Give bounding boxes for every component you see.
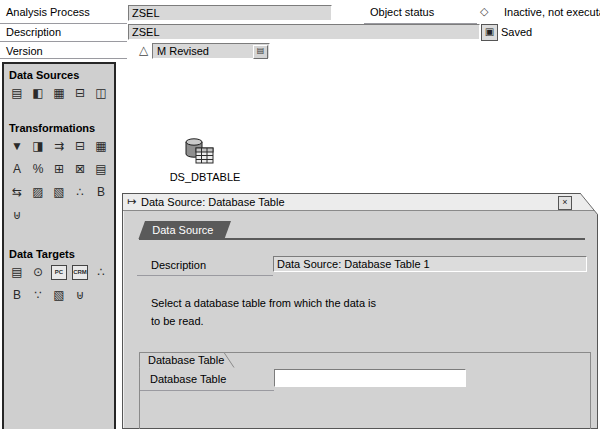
- dialog-continue-icon: ↦: [127, 195, 136, 208]
- dialog-description-input[interactable]: [273, 256, 587, 272]
- dialog-corner-notch: [580, 193, 598, 215]
- aggregation-icon[interactable]: ⊞: [51, 161, 67, 177]
- dialog-title: Data Source: Database Table: [141, 196, 285, 208]
- dialog-help-text-line1: Select a database table from which the d…: [151, 297, 376, 309]
- version-combobox-value: M Revised: [157, 45, 209, 57]
- infoprovider-icon[interactable]: ▦: [51, 85, 67, 101]
- object-status-value: Inactive, not executable: [504, 6, 600, 18]
- filter-icon[interactable]: ▼: [9, 138, 25, 154]
- sort-icon[interactable]: A: [9, 161, 25, 177]
- analysis-process-input[interactable]: [128, 5, 332, 21]
- scatter-target-icon[interactable]: ▧: [51, 287, 67, 303]
- transformations-section-title: Transformations: [9, 122, 114, 134]
- crm-target-icon[interactable]: CRM: [72, 265, 88, 280]
- close-icon[interactable]: ×: [558, 196, 572, 210]
- pc-file-target-icon[interactable]: PC: [51, 265, 67, 280]
- regression-icon[interactable]: ▧: [51, 184, 67, 200]
- join-icon[interactable]: ◨: [30, 138, 46, 154]
- tabstrip-baseline: [139, 238, 585, 240]
- data-targets-icons: ▤ ⊙ PC CRM ∴ B ∵ ▧ ⊎: [9, 264, 111, 303]
- apd-window: Analysis Process Object status ◇ Inactiv…: [0, 0, 600, 429]
- database-table-groupbox-title: Database Table: [148, 354, 224, 366]
- database-table-icon[interactable]: ◫: [93, 85, 109, 101]
- tab-data-source-label: Data Source: [142, 221, 228, 236]
- merge-icon[interactable]: ⇉: [51, 138, 67, 154]
- clustering-icon[interactable]: ∴: [72, 184, 88, 200]
- db-table-node-label[interactable]: DS_DBTABLE: [166, 171, 244, 183]
- routine-icon[interactable]: ▤: [93, 161, 109, 177]
- divider: [0, 41, 127, 42]
- divider: [137, 275, 273, 276]
- object-status-label: Object status: [370, 6, 434, 18]
- data-sources-icons: ▤ ◧ ▦ ⊟ ◫: [9, 85, 111, 101]
- version-combobox[interactable]: M Revised ▤: [152, 43, 270, 59]
- currency-conversion-icon[interactable]: ⇆: [9, 184, 25, 200]
- divider: [0, 58, 127, 59]
- formula-icon[interactable]: %: [30, 161, 46, 177]
- association-analysis-icon[interactable]: ⊎: [9, 207, 25, 223]
- transpose-icon[interactable]: ⊠: [72, 161, 88, 177]
- abc-classification-icon[interactable]: B: [93, 184, 109, 200]
- combobox-dropdown-icon[interactable]: ▤: [253, 45, 268, 59]
- dialog-titlebar[interactable]: ↦ Data Source: Database Table ×: [123, 194, 597, 211]
- db-table-node-icon[interactable]: [183, 136, 215, 168]
- dialog-help-text-line2: to be read.: [151, 315, 204, 327]
- database-table-input[interactable]: [274, 369, 466, 387]
- database-table-groupbox-header: Database Table: [139, 352, 235, 368]
- divider: [140, 390, 274, 391]
- analysis-process-label: Analysis Process: [6, 6, 90, 18]
- basket-target-icon[interactable]: ⊎: [72, 287, 88, 303]
- description-label: Description: [6, 26, 61, 38]
- status-diamond-icon: ◇: [480, 5, 488, 18]
- divider: [0, 23, 127, 24]
- database-table-target-icon[interactable]: ⊙: [30, 264, 46, 280]
- hide-columns-icon[interactable]: ▦: [93, 138, 109, 154]
- file-icon[interactable]: ⊟: [72, 85, 88, 101]
- data-source-dialog: ↦ Data Source: Database Table × Data Sou…: [122, 193, 598, 429]
- saved-status-text: Saved: [501, 26, 532, 38]
- palette-sidebar: Data Sources ▤ ◧ ▦ ⊟ ◫ Transformations ▼…: [2, 62, 116, 429]
- data-sources-section-title: Data Sources: [9, 69, 114, 81]
- database-table-field-label: Database Table: [150, 373, 226, 385]
- transformations-icons: ▼ ◨ ⇉ ⊟ ▦ A % ⊞ ⊠ ▤ ⇆ ▨ ▧ ∴ B ⊎: [9, 138, 111, 223]
- abc-target-icon[interactable]: B: [9, 287, 25, 303]
- data-targets-section-title: Data Targets: [9, 248, 114, 260]
- master-data-icon[interactable]: ▤: [9, 85, 25, 101]
- edit-table-icon[interactable]: ▨: [30, 184, 46, 200]
- file-target-icon[interactable]: ▤: [9, 264, 25, 280]
- clustering-target-icon[interactable]: ∴: [93, 264, 109, 280]
- dialog-description-label: Description: [151, 259, 206, 271]
- database-table-groupbox: Database Table Database Table: [139, 352, 591, 429]
- version-delta-icon: △: [139, 43, 148, 57]
- share-target-icon[interactable]: ∵: [30, 287, 46, 303]
- saved-status-icon: ▣: [481, 24, 498, 41]
- description-input[interactable]: [128, 24, 480, 40]
- projection-icon[interactable]: ⊟: [72, 138, 88, 154]
- version-label: Version: [6, 45, 43, 57]
- query-icon[interactable]: ◧: [30, 85, 46, 101]
- tab-data-source[interactable]: Data Source: [138, 221, 231, 239]
